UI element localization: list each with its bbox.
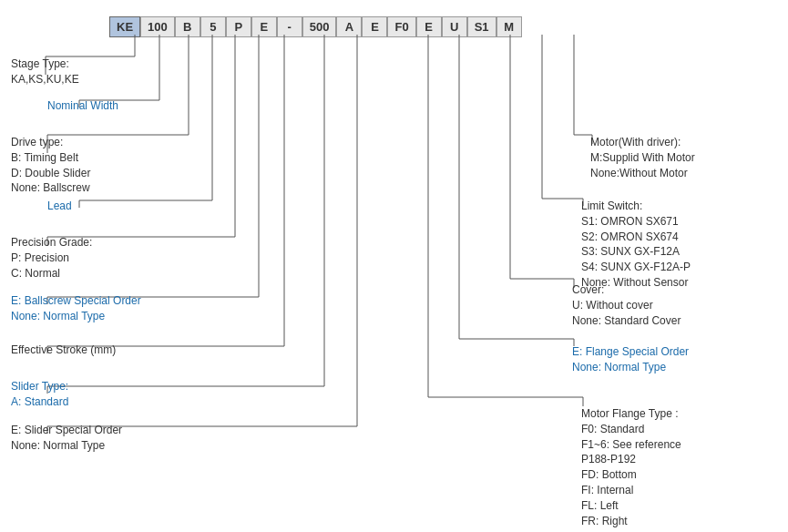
effective-stroke-label: Effective Stroke (mm): [11, 343, 116, 358]
code-segment: KE: [109, 16, 140, 37]
ballscrew-special-label: E: Ballscrew Special Order None: Normal …: [11, 293, 141, 324]
nominal-width-label: Nominal Width: [47, 98, 118, 114]
code-segment: E: [362, 16, 387, 37]
code-segment: -: [277, 16, 302, 37]
code-segment: 500: [302, 16, 337, 37]
limit-switch-label: Limit Switch: S1: OMRON SX671 S2: OMRON …: [581, 199, 691, 291]
motor-label: Motor(With driver): M:Supplid With Motor…: [590, 135, 695, 180]
precision-grade-label: Precision Grade: P: Precision C: Normal: [11, 235, 92, 281]
code-segment: E: [251, 16, 277, 37]
code-bar: KE100B5PE-500AEF0EUS1M: [109, 16, 522, 37]
flange-special-label: E: Flange Special Order None: Normal Typ…: [572, 344, 689, 375]
code-segment: B: [175, 16, 200, 37]
code-segment: M: [496, 16, 522, 37]
lead-label: Lead: [47, 199, 72, 214]
slider-special-label: E: Slider Special Order None: Normal Typ…: [11, 423, 122, 454]
code-segment: F0: [387, 16, 415, 37]
motor-flange-label: Motor Flange Type : F0: Standard F1~6: S…: [581, 406, 681, 528]
code-segment: S1: [467, 16, 496, 37]
drive-type-label: Drive type: B: Timing Belt D: Double Sli…: [11, 135, 90, 196]
code-segment: 5: [200, 16, 226, 37]
code-segment: E: [416, 16, 442, 37]
slider-type-label: Slider Type: A: Standard: [11, 379, 68, 410]
stage-type-label: Stage Type: KA,KS,KU,KE: [11, 56, 79, 87]
code-segment: A: [336, 16, 362, 37]
diagram-container: KE100B5PE-500AEF0EUS1M: [0, 0, 788, 532]
code-segment: U: [442, 16, 467, 37]
code-segment: 100: [140, 16, 175, 37]
code-segment: P: [226, 16, 251, 37]
